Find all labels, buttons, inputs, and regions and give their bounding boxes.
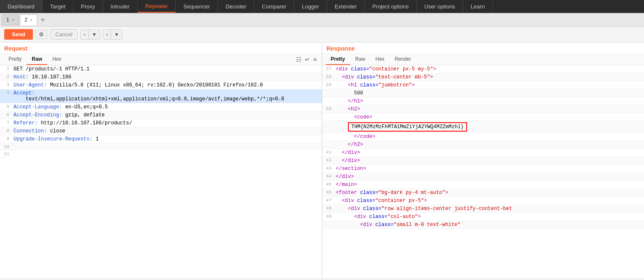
nav-item-project-options[interactable]: Project options bbox=[365, 0, 417, 13]
table-row: 39 <h1 class="jumbotron"> bbox=[322, 81, 644, 89]
line-number: 37 bbox=[322, 65, 334, 73]
forward-dropdown[interactable]: ▼ bbox=[111, 30, 122, 39]
line-number: 3 bbox=[0, 81, 12, 89]
response-tab-hex[interactable]: Hex bbox=[370, 54, 389, 65]
settings-icon-button[interactable]: ⚙ bbox=[35, 30, 47, 39]
nav-item-learn[interactable]: Learn bbox=[463, 0, 493, 13]
line-number: 1 bbox=[0, 65, 12, 73]
line-content[interactable]: </div> bbox=[334, 157, 644, 165]
request-tab-hex[interactable]: Hex bbox=[47, 54, 66, 65]
line-content[interactable]: <div class="container px-5 my-5"> bbox=[334, 65, 644, 73]
line-content[interactable]: <code> bbox=[334, 113, 644, 121]
line-content[interactable]: <div class="container px-5"> bbox=[334, 197, 644, 205]
back-button[interactable]: ‹ bbox=[81, 30, 89, 39]
line-number bbox=[322, 133, 334, 141]
line-content[interactable]: Upgrade-Insecure-Requests: 1 bbox=[12, 135, 322, 143]
request-tabs: PrettyRawHex ☷ ↵ ≡ bbox=[0, 54, 322, 65]
response-tabs: PrettyRawHexRender bbox=[322, 54, 644, 65]
line-content[interactable] bbox=[12, 143, 322, 151]
line-content[interactable]: </main> bbox=[334, 181, 644, 189]
table-row: 41 </div> bbox=[322, 149, 644, 157]
line-content[interactable]: Accept-Language: en-US,en;q=0.5 bbox=[12, 103, 322, 111]
nav-item-logger[interactable]: Logger bbox=[294, 0, 327, 13]
line-content[interactable]: <div class="row align-items-center justi… bbox=[334, 205, 644, 213]
line-number: 7 bbox=[0, 119, 12, 127]
newline-icon[interactable]: ↵ bbox=[305, 56, 310, 63]
line-content[interactable]: </code> bbox=[334, 133, 644, 141]
pretty-print-icon[interactable]: ☷ bbox=[296, 56, 302, 63]
line-content[interactable]: THM{N2MzMzFhMTA1MmZiYjA2YWQ4M2ZmMzhl} bbox=[334, 121, 644, 133]
line-number: 41 bbox=[322, 149, 334, 157]
nav-item-target[interactable]: Target bbox=[43, 0, 73, 13]
tab-label: 2 bbox=[24, 17, 27, 23]
line-content[interactable]: Accept: text/html,application/xhtml+xml,… bbox=[12, 89, 322, 103]
line-content[interactable]: <div class="text-center mb-5"> bbox=[334, 73, 644, 81]
line-content[interactable]: <h2> bbox=[334, 105, 644, 113]
line-content[interactable] bbox=[12, 151, 322, 158]
response-content[interactable]: 37<div class="container px-5 my-5">38 <d… bbox=[322, 65, 644, 278]
response-tab-raw[interactable]: Raw bbox=[350, 54, 370, 65]
nav-item-intruder[interactable]: Intruder bbox=[103, 0, 138, 13]
line-content[interactable]: Connection: close bbox=[12, 127, 322, 135]
nav-item-proxy[interactable]: Proxy bbox=[73, 0, 103, 13]
line-number bbox=[322, 89, 334, 97]
response-tab-render[interactable]: Render bbox=[389, 54, 416, 65]
send-button[interactable]: Send bbox=[4, 29, 33, 40]
line-number bbox=[322, 121, 334, 133]
table-row: 46<footer class="bg-dark py-4 mt-auto"> bbox=[322, 189, 644, 197]
add-tab-button[interactable]: + bbox=[38, 15, 47, 24]
line-content[interactable]: </div> bbox=[334, 149, 644, 157]
request-table: 1GET /products/-1 HTTP/1.12Host: 10.10.1… bbox=[0, 65, 322, 158]
line-number bbox=[322, 113, 334, 121]
response-tab-pretty[interactable]: Pretty bbox=[326, 54, 350, 65]
table-row: 9Upgrade-Insecure-Requests: 1 bbox=[0, 135, 322, 143]
line-content[interactable]: Host: 10.10.107.186 bbox=[12, 73, 322, 81]
tab-1[interactable]: 1× bbox=[2, 14, 19, 25]
line-content[interactable]: </div> bbox=[334, 173, 644, 181]
response-pane: Response PrettyRawHexRender 37<div class… bbox=[322, 43, 644, 278]
table-row: 42 </div> bbox=[322, 157, 644, 165]
line-number: 11 bbox=[0, 151, 12, 158]
close-tab-icon[interactable]: × bbox=[12, 17, 14, 22]
line-content[interactable]: User-Agent: Mozilla/5.0 (X11; Linux x86_… bbox=[12, 81, 322, 89]
line-content[interactable]: Referer: http://10.10.107.186/products/ bbox=[12, 119, 322, 127]
nav-item-user-options[interactable]: User options bbox=[417, 0, 463, 13]
table-row: 500 bbox=[322, 89, 644, 97]
table-row: THM{N2MzMzFhMTA1MmZiYjA2YWQ4M2ZmMzhl} bbox=[322, 121, 644, 133]
nav-item-sequencer[interactable]: Sequencer bbox=[176, 0, 218, 13]
table-row: 4Accept: text/html,application/xhtml+xml… bbox=[0, 89, 322, 103]
cancel-button[interactable]: Cancel bbox=[50, 29, 78, 40]
nav-item-repeater[interactable]: Repeater bbox=[138, 0, 176, 13]
nav-item-extender[interactable]: Extender bbox=[327, 0, 365, 13]
request-tab-raw[interactable]: Raw bbox=[27, 54, 47, 65]
tab-2[interactable]: 2× bbox=[20, 14, 37, 25]
table-row: 6Accept-Encoding: gzip, deflate bbox=[0, 111, 322, 119]
table-row: 38 <div class="text-center mb-5"> bbox=[322, 73, 644, 81]
nav-item-comparer[interactable]: Comparer bbox=[254, 0, 294, 13]
line-content[interactable]: <div class="col-auto"> bbox=[334, 213, 644, 221]
main-split: Request PrettyRawHex ☷ ↵ ≡ 1GET /product… bbox=[0, 43, 644, 278]
line-content[interactable]: </h1> bbox=[334, 97, 644, 105]
nav-item-decoder[interactable]: Decoder bbox=[218, 0, 254, 13]
request-header: Request bbox=[0, 43, 322, 54]
line-number: 47 bbox=[322, 197, 334, 205]
line-content[interactable]: <div class="small m-0 text-white" bbox=[334, 221, 644, 229]
line-content[interactable]: </section> bbox=[334, 165, 644, 173]
back-dropdown[interactable]: ▼ bbox=[89, 30, 100, 39]
line-number: 40 bbox=[322, 105, 334, 113]
line-content[interactable]: <h1 class="jumbotron"> bbox=[334, 81, 644, 89]
nav-item-dashboard[interactable]: Dashboard bbox=[0, 0, 43, 13]
request-tab-pretty[interactable]: Pretty bbox=[3, 54, 27, 65]
request-content[interactable]: 1GET /products/-1 HTTP/1.12Host: 10.10.1… bbox=[0, 65, 322, 278]
line-content[interactable]: GET /products/-1 HTTP/1.1 bbox=[12, 65, 322, 73]
close-tab-icon[interactable]: × bbox=[30, 17, 33, 22]
wrap-icon[interactable]: ≡ bbox=[313, 56, 317, 63]
line-number: 39 bbox=[322, 81, 334, 89]
line-content[interactable]: Accept-Encoding: gzip, deflate bbox=[12, 111, 322, 119]
table-row: 11 bbox=[0, 151, 322, 158]
line-content[interactable]: </h2> bbox=[334, 141, 644, 149]
forward-button[interactable]: › bbox=[103, 30, 111, 39]
line-content[interactable]: 500 bbox=[334, 89, 644, 97]
line-content[interactable]: <footer class="bg-dark py-4 mt-auto"> bbox=[334, 189, 644, 197]
line-number: 4 bbox=[0, 89, 12, 103]
